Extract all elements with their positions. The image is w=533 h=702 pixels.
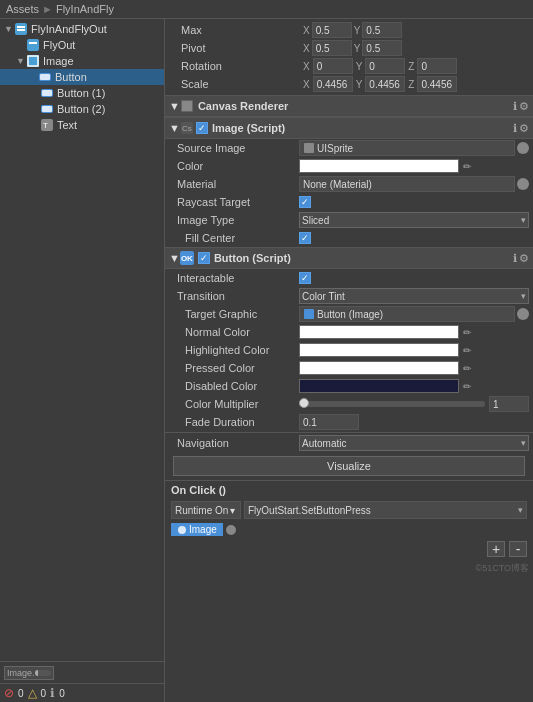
max-y-field[interactable] (362, 22, 402, 38)
fill-center-row: Fill Center ✓ (165, 229, 533, 247)
button-icon (38, 70, 52, 84)
rot-z-field[interactable] (417, 58, 457, 74)
raycast-checkbox[interactable]: ✓ (299, 196, 311, 208)
item-label: Text (57, 119, 77, 131)
transition-value: Color Tint ▾ (299, 288, 529, 304)
button-info-icon[interactable]: ℹ (513, 252, 517, 265)
fill-center-checkbox[interactable]: ✓ (299, 232, 311, 244)
source-image-circle[interactable] (517, 142, 529, 154)
svg-rect-2 (17, 29, 25, 31)
button-script-header[interactable]: ▼ OK ✓ Button (Script) ℹ ⚙ (165, 247, 533, 269)
normal-color-value: ✏ (299, 325, 529, 339)
image-enabled-check[interactable]: ✓ (196, 122, 208, 134)
scale-x-field[interactable] (313, 76, 353, 92)
source-image-field[interactable]: UISprite (299, 140, 515, 156)
normal-color-eyedropper[interactable]: ✏ (463, 327, 471, 338)
color-multiplier-slider[interactable] (299, 401, 485, 407)
sidebar-item-image[interactable]: ▼ Image (0, 53, 164, 69)
fade-duration-field[interactable] (299, 414, 359, 430)
image-type-dropdown[interactable]: Sliced ▾ (299, 212, 529, 228)
normal-color-label: Normal Color (169, 326, 299, 338)
material-label: Material (169, 178, 299, 190)
canvas-info-icon[interactable]: ℹ (513, 100, 517, 113)
sidebar-item-button2[interactable]: Button (2) (0, 101, 164, 117)
canvas-renderer-header[interactable]: ▼ Canvas Renderer ℹ ⚙ (165, 95, 533, 117)
remove-button[interactable]: - (509, 541, 527, 557)
sidebar-item-button[interactable]: Button (0, 69, 164, 85)
normal-color-field[interactable] (299, 325, 459, 339)
pivot-x-field[interactable] (312, 40, 352, 56)
svg-rect-19 (304, 143, 314, 153)
material-field[interactable]: None (Material) (299, 176, 515, 192)
gameobj-icon (14, 22, 28, 36)
onclick-title: On Click () (171, 484, 226, 496)
onclick-image-row: Image (165, 521, 533, 538)
highlighted-color-value: ✏ (299, 343, 529, 357)
runtime-arrow: ▾ (230, 505, 235, 516)
navigation-label: Navigation (169, 437, 299, 449)
disabled-color-field[interactable] (299, 379, 459, 393)
highlighted-color-field[interactable] (299, 343, 459, 357)
canvas-fold-arrow: ▼ (169, 100, 180, 112)
navigation-dropdown[interactable]: Automatic ▾ (299, 435, 529, 451)
add-button[interactable]: + (487, 541, 505, 557)
transition-dropdown[interactable]: Color Tint ▾ (299, 288, 529, 304)
color-field[interactable] (299, 159, 459, 173)
target-graphic-circle[interactable] (517, 308, 529, 320)
color-multiplier-field[interactable] (489, 396, 529, 412)
scale-y-field[interactable] (365, 76, 405, 92)
visualize-button[interactable]: Visualize (173, 456, 525, 476)
info-icon: ℹ (50, 686, 55, 700)
material-circle[interactable] (517, 178, 529, 190)
image-info-icon[interactable]: ℹ (513, 122, 517, 135)
transform-section: Max X Y Pivot X Y Rota (165, 19, 533, 95)
color-multiplier-value (299, 396, 529, 412)
button-enabled-check[interactable]: ✓ (198, 252, 210, 264)
image-script-icon: Cs (180, 121, 194, 135)
interactable-checkbox[interactable]: ✓ (299, 272, 311, 284)
slider-mini (35, 670, 51, 676)
scale-row: Scale X Y Z (169, 75, 529, 93)
scale-label: Scale (173, 78, 303, 90)
fade-duration-label: Fade Duration (169, 416, 299, 428)
runtime-dropdown[interactable]: Runtime On ▾ (171, 501, 241, 519)
fn-dropdown[interactable]: FlyOutStart.SetButtonPress ▾ (244, 501, 527, 519)
item-label: Button (2) (57, 103, 105, 115)
sidebar-item-text[interactable]: T Text (0, 117, 164, 133)
max-value: X Y (303, 22, 525, 38)
transition-row: Transition Color Tint ▾ (165, 287, 533, 305)
image-ref[interactable]: Image (171, 523, 223, 536)
rot-x-field[interactable] (313, 58, 353, 74)
image-script-header[interactable]: ▼ Cs ✓ Image (Script) ℹ ⚙ (165, 117, 533, 139)
canvas-gear-icon[interactable]: ⚙ (519, 100, 529, 113)
svg-rect-20 (304, 309, 314, 319)
pressed-color-eyedropper[interactable]: ✏ (463, 363, 471, 374)
rot-y-field[interactable] (365, 58, 405, 74)
button-gear-icon[interactable]: ⚙ (519, 252, 529, 265)
sidebar-item-flyinandflayout[interactable]: ▼ FlyInAndFlyOut (0, 21, 164, 37)
disabled-color-eyedropper[interactable]: ✏ (463, 381, 471, 392)
item-label: Button (1) (57, 87, 105, 99)
color-value: ✏ (299, 159, 529, 173)
color-multiplier-row: Color Multiplier (165, 395, 533, 413)
target-graphic-row: Target Graphic Button (Image) (165, 305, 533, 323)
runtime-label: Runtime On (175, 505, 228, 516)
sidebar-item-button1[interactable]: Button (1) (0, 85, 164, 101)
image-gear-icon[interactable]: ⚙ (519, 122, 529, 135)
max-x-field[interactable] (312, 22, 352, 38)
pivot-y-field[interactable] (362, 40, 402, 56)
button-script-title: Button (Script) (214, 252, 513, 264)
image-buttons: ℹ ⚙ (513, 122, 529, 135)
material-name: None (Material) (303, 179, 372, 190)
svg-rect-5 (27, 55, 39, 67)
color-eyedropper[interactable]: ✏ (463, 161, 471, 172)
image-ref-circle[interactable] (226, 525, 236, 535)
target-graphic-field[interactable]: Button (Image) (299, 306, 515, 322)
svg-rect-16 (182, 101, 192, 111)
pressed-color-field[interactable] (299, 361, 459, 375)
scale-value: X Y Z (303, 76, 525, 92)
rotation-value: X Y Z (303, 58, 525, 74)
scale-z-field[interactable] (417, 76, 457, 92)
sidebar-item-flyout[interactable]: FlyOut (0, 37, 164, 53)
highlighted-color-eyedropper[interactable]: ✏ (463, 345, 471, 356)
